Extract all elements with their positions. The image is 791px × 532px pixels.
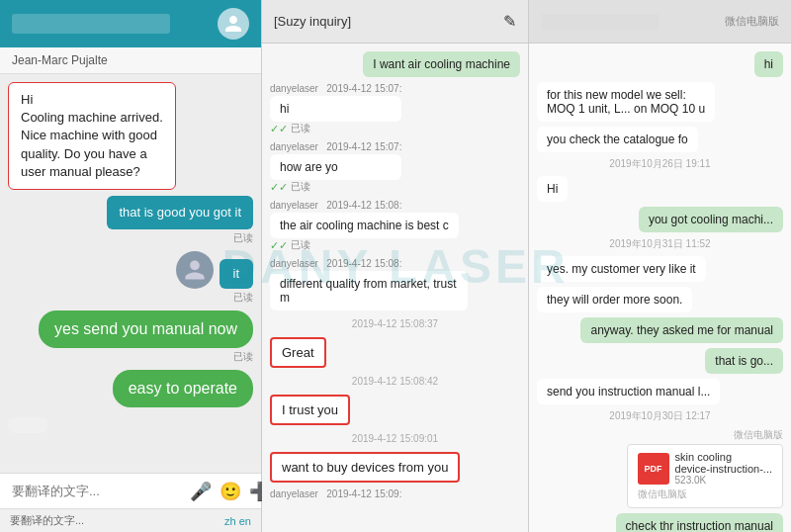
mid-message-2: hi: [270, 96, 401, 122]
incoming-message-2: [8, 417, 47, 433]
right-message-5: you got cooling machi...: [639, 207, 783, 232]
voice-icon[interactable]: 🎤: [190, 481, 212, 502]
mid-message-group-2: danyelaser 2019-4-12 15:07: how are yo ✓…: [270, 141, 401, 194]
file-source: 微信电脑版: [638, 488, 772, 501]
mid-message-group-3: danyelaser 2019-4-12 15:08: the air cool…: [270, 200, 459, 252]
sender-label: danyelaser 2019-4-12 15:07:: [270, 83, 401, 94]
right-header-phone: 微信电脑版: [725, 14, 779, 29]
message-text: I trust you: [282, 402, 338, 417]
attachment-message: PDF skin coolingdevice-instruction-... 5…: [627, 444, 783, 508]
sender-label: danyelaser 2019-4-12 15:08:: [270, 258, 468, 269]
outgoing-message-2: it: [220, 259, 254, 289]
emoji-icon[interactable]: 🙂: [220, 481, 241, 502]
left-chat-area[interactable]: Hi Cooling machine arrived.Nice machine …: [0, 74, 261, 473]
left-chat-panel: Jean-Marc Pujalte Hi Cooling machine arr…: [0, 0, 262, 532]
sender-label: danyelaser 2019-4-12 15:08:: [270, 200, 459, 211]
message-text: for this new model we sell:MOQ 1 unit, L…: [547, 88, 705, 116]
message-text: want to buy devices from you: [282, 460, 448, 475]
message-text: it: [233, 266, 240, 281]
message-text: anyway. they asked me for manual: [590, 323, 773, 337]
right-message-2: for this new model we sell:MOQ 1 unit, L…: [537, 82, 715, 122]
pdf-icon: PDF: [638, 453, 669, 485]
read-receipt-1: 已读: [233, 231, 253, 245]
translate-label: 要翻译的文字...: [10, 513, 84, 528]
message-text: that is go...: [715, 354, 773, 368]
attachment-source: 微信电脑版: [734, 428, 783, 442]
message-text: hi: [764, 57, 773, 71]
header-title: [12, 14, 170, 34]
mid-message-boxed-3: want to buy devices from you: [270, 452, 460, 483]
timestamp-1: 2019-4-12 15:08:37: [352, 318, 438, 329]
message-text: you check the catalogue fo: [547, 133, 688, 146]
right-message-7: they will order more soon.: [537, 287, 692, 312]
translate-bar: 要翻译的文字... zh en: [0, 508, 261, 532]
mid-message-boxed-2: I trust you: [270, 395, 350, 425]
right-header-contact: [541, 14, 659, 30]
contact-avatar: [176, 251, 214, 289]
right-message-3: you check the catalogue fo: [537, 127, 698, 152]
file-size: 523.0K: [675, 475, 772, 486]
message-text: send you instruction manual l...: [547, 385, 710, 399]
right-chat-area[interactable]: hi for this new model we sell:MOQ 1 unit…: [529, 44, 791, 532]
timestamp-4: 2019年10月26日 19:11: [609, 157, 710, 171]
message-text: Great: [282, 345, 314, 360]
read-receipt: ✓✓已读: [270, 238, 459, 252]
message-text: I want air cooling machine: [373, 57, 510, 71]
file-name: skin coolingdevice-instruction-...: [675, 451, 772, 475]
mid-message-group-5: danyelaser 2019-4-12 15:09:: [270, 488, 401, 501]
timestamp-3: 2019-4-12 15:09:01: [352, 433, 438, 444]
right-message-1: hi: [754, 51, 783, 77]
attachment-container: 微信电脑版 PDF skin coolingdevice-instruction…: [627, 428, 783, 508]
message-text: you got cooling machi...: [649, 213, 773, 226]
middle-header-title: [Suzy inquiry]: [274, 14, 351, 29]
read-receipt: ✓✓已读: [270, 122, 401, 135]
message-text: easy to operate: [129, 380, 237, 397]
message-text: Cooling machine arrived.Nice machine wit…: [21, 109, 163, 181]
right-message-4: Hi: [537, 176, 568, 202]
read-receipt: ✓✓已读: [270, 180, 401, 194]
sender-label: danyelaser 2019-4-12 15:09:: [270, 488, 401, 499]
outgoing-message-3: yes send you manual now: [39, 310, 253, 348]
contact-name: Jean-Marc Pujalte: [0, 47, 261, 74]
mid-message-3: how are yo: [270, 154, 401, 180]
sender-label: danyelaser 2019-4-12 15:07:: [270, 141, 401, 152]
right-message-8: anyway. they asked me for manual: [580, 317, 783, 343]
message-text: yes send you manual now: [54, 320, 237, 337]
timestamp-6: 2019年10月30日 12:17: [609, 409, 710, 423]
right-message-11: check thr instruction manual: [616, 513, 783, 532]
bottom-input-bar: 🎤 🙂 ➕: [0, 473, 261, 508]
right-header: 微信电脑版: [529, 0, 791, 44]
right-message-9: that is go...: [705, 348, 783, 374]
left-header: [0, 0, 261, 47]
message-text: yes. my customer very like it: [547, 262, 696, 276]
outgoing-message-4: easy to operate: [113, 370, 253, 407]
language-selector[interactable]: zh en: [224, 515, 251, 527]
right-message-10: send you instruction manual l...: [537, 379, 720, 404]
mid-message-5: different quality from market, trust m: [270, 271, 468, 310]
outgoing-message-1: that is good you got it: [107, 196, 253, 229]
message-input[interactable]: [8, 480, 182, 502]
mid-message-group-4: danyelaser 2019-4-12 15:08: different qu…: [270, 258, 468, 310]
incoming-message-1: Hi Cooling machine arrived.Nice machine …: [8, 82, 176, 190]
timestamp-2: 2019-4-12 15:08:42: [352, 376, 438, 387]
mid-message-group-1: danyelaser 2019-4-12 15:07: hi ✓✓已读: [270, 83, 401, 135]
message-text: Hi: [21, 91, 163, 109]
timestamp-5: 2019年10月31日 11:52: [609, 237, 710, 251]
middle-chat-panel: [Suzy inquiry] ✎ I want air cooling mach…: [262, 0, 529, 532]
message-text: Hi: [547, 182, 558, 196]
mid-message-boxed-1: Great: [270, 337, 326, 368]
avatar: [218, 8, 249, 40]
read-receipt-2: 已读: [233, 291, 253, 305]
message-text: they will order more soon.: [547, 293, 682, 307]
mid-message-1: I want air cooling machine: [363, 51, 520, 77]
edit-icon[interactable]: ✎: [503, 12, 516, 31]
middle-chat-area[interactable]: I want air cooling machine danyelaser 20…: [262, 44, 528, 532]
mid-message-4: the air cooling machine is best c: [270, 213, 459, 238]
middle-header: [Suzy inquiry] ✎: [262, 0, 528, 44]
message-text: that is good you got it: [119, 205, 241, 220]
right-chat-panel: 微信电脑版 hi for this new model we sell:MOQ …: [529, 0, 791, 532]
read-receipt-3: 已读: [233, 350, 253, 364]
right-message-6: yes. my customer very like it: [537, 256, 706, 282]
message-text: check thr instruction manual: [626, 519, 773, 532]
